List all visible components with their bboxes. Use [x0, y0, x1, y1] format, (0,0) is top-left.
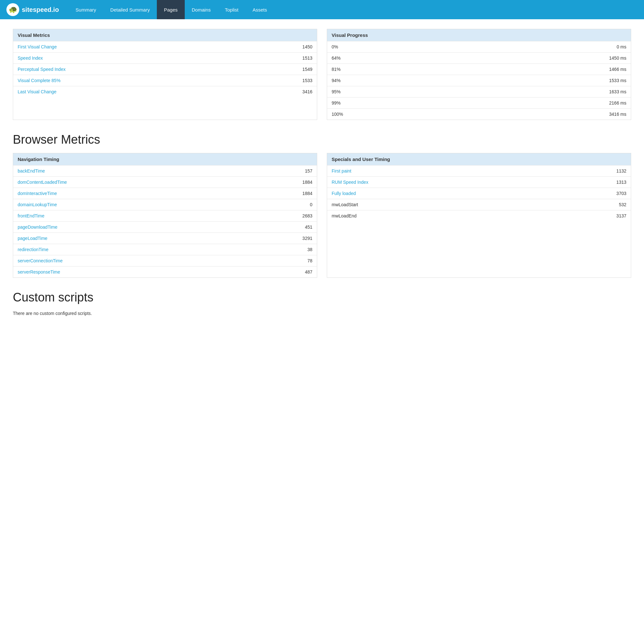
table-row: domainLookupTime0: [13, 199, 317, 210]
metric-value: 532: [542, 199, 631, 210]
metric-value: 2683: [242, 210, 317, 222]
browser-metrics-section: Browser Metrics Navigation Timing backEn…: [13, 133, 631, 278]
nav-summary[interactable]: Summary: [69, 0, 103, 19]
visual-metrics-table: Visual Metrics First Visual Change1450Sp…: [13, 29, 317, 120]
metric-link[interactable]: redirectionTime: [18, 247, 48, 252]
navbar: 🐢 sitespeed.io Summary Detailed Summary …: [0, 0, 644, 19]
progress-percent: 81%: [327, 64, 460, 75]
navigation-timing-heading: Navigation Timing: [13, 153, 317, 165]
metric-link[interactable]: RUM Speed Index: [332, 180, 368, 185]
metric-value: 3703: [542, 188, 631, 199]
table-row: frontEndTime2683: [13, 210, 317, 222]
table-row: 0%0 ms: [327, 41, 631, 53]
progress-time: 3416 ms: [460, 109, 631, 120]
nav-detailed-summary[interactable]: Detailed Summary: [103, 0, 157, 19]
metric-link[interactable]: Speed Index: [18, 55, 43, 61]
metric-value: 0: [242, 199, 317, 210]
specials-user-timing-table: Specials and User Timing First paint1132…: [327, 153, 631, 278]
progress-time: 1533 ms: [460, 75, 631, 86]
metric-link[interactable]: Fully loaded: [332, 191, 356, 196]
metric-value: 1549: [241, 64, 317, 75]
metric-link[interactable]: First Visual Change: [18, 44, 57, 49]
metric-link[interactable]: Visual Complete 85%: [18, 78, 61, 83]
table-row: mwLoadEnd3137: [327, 210, 631, 222]
table-row: 64%1450 ms: [327, 53, 631, 64]
progress-percent: 0%: [327, 41, 460, 53]
table-row: Visual Complete 85%1533: [13, 75, 317, 86]
table-row: First paint1132: [327, 165, 631, 177]
metric-label: mwLoadEnd: [327, 210, 542, 222]
browser-metrics-heading: Browser Metrics: [13, 133, 631, 147]
metric-link[interactable]: Perceptual Speed Index: [18, 67, 65, 72]
nav-pages[interactable]: Pages: [157, 0, 185, 19]
metric-link[interactable]: Last Visual Change: [18, 89, 56, 94]
progress-percent: 64%: [327, 53, 460, 64]
specials-user-timing-heading: Specials and User Timing: [327, 153, 631, 165]
progress-time: 1450 ms: [460, 53, 631, 64]
metric-link[interactable]: pageLoadTime: [18, 236, 47, 241]
table-row: RUM Speed Index1313: [327, 177, 631, 188]
metric-value: 1313: [542, 177, 631, 188]
progress-percent: 95%: [327, 86, 460, 97]
progress-percent: 100%: [327, 109, 460, 120]
table-row: domContentLoadedTime1884: [13, 177, 317, 188]
nav-assets[interactable]: Assets: [245, 0, 274, 19]
table-row: 81%1466 ms: [327, 64, 631, 75]
progress-percent: 94%: [327, 75, 460, 86]
metric-link[interactable]: First paint: [332, 168, 351, 174]
table-row: Speed Index1513: [13, 53, 317, 64]
metric-value: 1513: [241, 53, 317, 64]
nav-domains[interactable]: Domains: [185, 0, 218, 19]
logo-icon: 🐢: [6, 3, 19, 16]
progress-time: 2166 ms: [460, 97, 631, 109]
metric-value: 451: [242, 222, 317, 233]
custom-scripts-section: Custom scripts There are no custom confi…: [13, 291, 631, 316]
metric-value: 487: [242, 267, 317, 278]
visual-progress-table: Visual Progress 0%0 ms64%1450 ms81%1466 …: [327, 29, 631, 120]
nav-links: Summary Detailed Summary Pages Domains T…: [69, 0, 274, 19]
custom-scripts-message: There are no custom configured scripts.: [13, 311, 631, 316]
browser-tables-row: Navigation Timing backEndTime157domConte…: [13, 153, 631, 278]
metric-link[interactable]: frontEndTime: [18, 213, 45, 218]
logo-text: sitespeed.io: [22, 6, 59, 13]
metric-value: 1132: [542, 165, 631, 177]
table-row: redirectionTime38: [13, 244, 317, 255]
metric-value: 3291: [242, 233, 317, 244]
metric-label: mwLoadStart: [327, 199, 542, 210]
metric-link[interactable]: backEndTime: [18, 168, 45, 174]
table-row: 95%1633 ms: [327, 86, 631, 97]
table-row: 99%2166 ms: [327, 97, 631, 109]
table-row: backEndTime157: [13, 165, 317, 177]
progress-percent: 99%: [327, 97, 460, 109]
metric-value: 3137: [542, 210, 631, 222]
progress-time: 1466 ms: [460, 64, 631, 75]
metric-link[interactable]: domInteractiveTime: [18, 191, 57, 196]
progress-time: 0 ms: [460, 41, 631, 53]
visual-metrics-heading: Visual Metrics: [13, 29, 317, 41]
table-row: Fully loaded3703: [327, 188, 631, 199]
custom-scripts-heading: Custom scripts: [13, 291, 631, 304]
table-row: serverConnectionTime78: [13, 255, 317, 267]
metric-value: 1533: [241, 75, 317, 86]
table-row: pageLoadTime3291: [13, 233, 317, 244]
visual-progress-heading: Visual Progress: [327, 29, 631, 41]
metric-link[interactable]: domContentLoadedTime: [18, 180, 67, 185]
metric-value: 78: [242, 255, 317, 267]
table-row: mwLoadStart532: [327, 199, 631, 210]
table-row: First Visual Change1450: [13, 41, 317, 53]
table-row: 94%1533 ms: [327, 75, 631, 86]
logo-link[interactable]: 🐢 sitespeed.io: [6, 3, 59, 16]
metric-value: 1884: [242, 188, 317, 199]
table-row: 100%3416 ms: [327, 109, 631, 120]
table-row: pageDownloadTime451: [13, 222, 317, 233]
metric-value: 3416: [241, 86, 317, 97]
progress-time: 1633 ms: [460, 86, 631, 97]
table-row: domInteractiveTime1884: [13, 188, 317, 199]
table-row: Perceptual Speed Index1549: [13, 64, 317, 75]
metric-link[interactable]: pageDownloadTime: [18, 225, 57, 230]
metric-link[interactable]: serverConnectionTime: [18, 258, 63, 263]
table-row: serverResponseTime487: [13, 267, 317, 278]
metric-link[interactable]: serverResponseTime: [18, 269, 60, 275]
nav-toplist[interactable]: Toplist: [218, 0, 246, 19]
metric-link[interactable]: domainLookupTime: [18, 202, 57, 207]
